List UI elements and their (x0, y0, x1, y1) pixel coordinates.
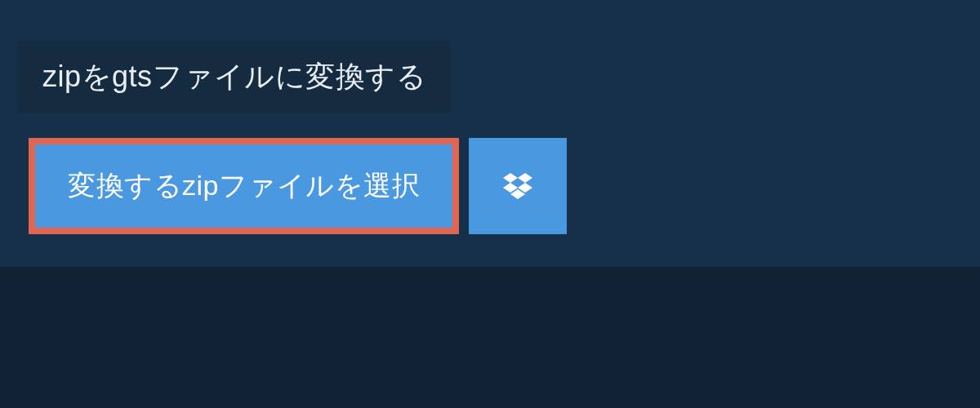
dropbox-icon (503, 173, 532, 199)
dropbox-button[interactable] (469, 138, 567, 234)
title-bar: zipをgtsファイルに変換する (18, 41, 451, 113)
page-title: zipをgtsファイルに変換する (42, 57, 426, 97)
converter-panel: zipをgtsファイルに変換する 変換するzipファイルを選択 (0, 0, 980, 267)
select-file-label: 変換するzipファイルを選択 (68, 167, 420, 205)
select-file-button[interactable]: 変換するzipファイルを選択 (29, 138, 459, 234)
button-row: 変換するzipファイルを選択 (29, 138, 980, 234)
